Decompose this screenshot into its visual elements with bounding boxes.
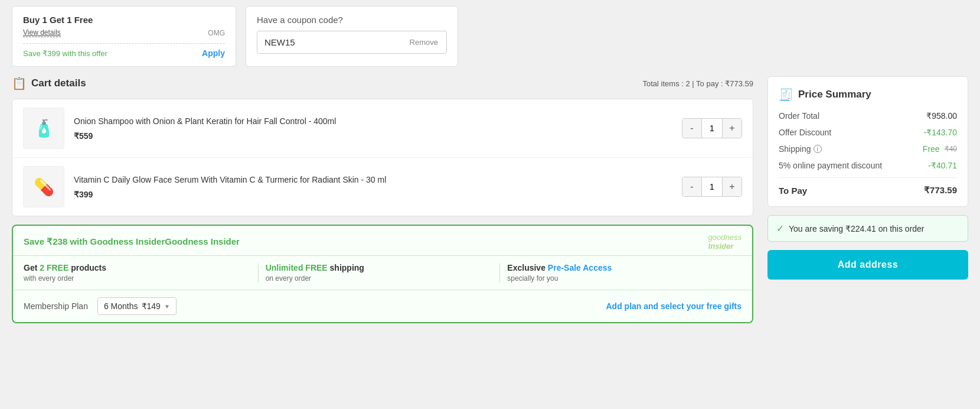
price-value-discount: -₹40.71 — [928, 161, 957, 170]
price-value-discount: -₹143.70 — [924, 128, 957, 137]
offer-save-text: Save ₹399 with this offer — [23, 49, 107, 58]
item-price: ₹399 — [74, 190, 672, 199]
membership-label: Membership Plan — [24, 301, 88, 311]
cart-title: 📋 Cart details — [12, 76, 86, 90]
price-row-offer-discount: Offer Discount -₹143.70 — [779, 128, 957, 137]
insider-feature-free-products: Get 2 FREE products with every order — [24, 263, 259, 283]
quantity-control: - + — [682, 177, 742, 197]
decrease-qty-button[interactable]: - — [682, 177, 701, 196]
cart-item: 🧴 Onion Shampoo with Onion & Plant Kerat… — [12, 99, 753, 158]
feature-sub: specially for you — [507, 274, 734, 283]
item-image: 💊 — [23, 166, 64, 207]
plan-dropdown[interactable]: 6 Months ₹149 ▼ — [97, 297, 177, 315]
plan-label: 6 Months — [104, 301, 138, 311]
cart-icon: 📋 — [12, 76, 27, 90]
chevron-down-icon: ▼ — [164, 303, 170, 310]
item-details: Onion Shampoo with Onion & Plant Keratin… — [74, 116, 672, 141]
shipping-free-label: Free — [923, 144, 940, 154]
feature-sub: with every order — [24, 274, 251, 283]
cart-header: 📋 Cart details Total items : 2 | To pay … — [12, 76, 753, 90]
price-value: ₹958.00 — [926, 111, 957, 121]
checkmark-icon: ✓ — [776, 223, 784, 234]
price-value-shipping: Free ₹40 — [923, 144, 957, 154]
saving-text: You are saving ₹224.41 on this order — [789, 224, 925, 233]
price-label: 5% online payment discount — [779, 161, 882, 170]
feature-title: Get 2 FREE products — [24, 263, 251, 272]
cart-summary: Total items : 2 | To pay : ₹773.59 — [643, 79, 753, 88]
offer-badge: OMG — [208, 29, 225, 37]
offer-card: Buy 1 Get 1 Free View details OMG Save ₹… — [12, 6, 236, 67]
cart-items-list: 🧴 Onion Shampoo with Onion & Plant Kerat… — [12, 99, 753, 216]
apply-offer-button[interactable]: Apply — [202, 48, 225, 58]
price-summary-icon: 🧾 — [779, 87, 793, 102]
price-label: Order Total — [779, 111, 819, 121]
item-price: ₹559 — [74, 131, 672, 141]
increase-qty-button[interactable]: + — [723, 119, 741, 138]
insider-brand-name: Goodness Insider — [90, 236, 165, 246]
insider-features: Get 2 FREE products with every order Unl… — [13, 255, 752, 290]
remove-coupon-button[interactable]: Remove — [401, 33, 446, 51]
shipping-original-price: ₹40 — [945, 145, 957, 153]
increase-qty-button[interactable]: + — [723, 177, 741, 196]
coupon-card: Have a coupon code? Remove — [246, 6, 458, 67]
quantity-input[interactable] — [701, 177, 723, 196]
add-address-button[interactable]: Add address — [767, 250, 968, 280]
price-row-order-total: Order Total ₹958.00 — [779, 111, 957, 121]
saving-banner: ✓ You are saving ₹224.41 on this order — [767, 215, 968, 242]
insider-save-text: Save ₹238 with — [24, 236, 90, 246]
item-name: Onion Shampoo with Onion & Plant Keratin… — [74, 116, 672, 128]
total-label: To Pay — [779, 186, 807, 196]
price-row-total: To Pay ₹773.59 — [779, 177, 957, 196]
coupon-input[interactable] — [257, 31, 401, 53]
insider-logo: goodnessInsider — [708, 233, 741, 251]
membership-select: Membership Plan 6 Months ₹149 ▼ — [24, 297, 177, 315]
price-summary-card: 🧾 Price Summary Order Total ₹958.00 Offe… — [767, 76, 968, 207]
decrease-qty-button[interactable]: - — [682, 119, 701, 138]
shipping-info-icon[interactable]: i — [814, 145, 822, 153]
price-label: Shipping i — [779, 144, 822, 154]
plan-price: ₹149 — [142, 301, 161, 311]
price-summary-label: Price Summary — [798, 89, 871, 100]
left-column: 📋 Cart details Total items : 2 | To pay … — [12, 76, 753, 323]
price-summary-title: 🧾 Price Summary — [779, 87, 957, 102]
insider-title: Save ₹238 with Goodness InsiderGoodness … — [24, 236, 240, 247]
view-details-link[interactable]: View details — [23, 28, 61, 37]
item-details: Vitamin C Daily Glow Face Serum With Vit… — [74, 174, 672, 199]
feature-sub: on every order — [266, 274, 493, 283]
cart-title-text: Cart details — [31, 77, 86, 89]
insider-feature-pre-sale: Exclusive Pre-Sale Access specially for … — [500, 263, 741, 283]
insider-top: Save ₹238 with Goodness InsiderGoodness … — [13, 226, 752, 255]
offer-title: Buy 1 Get 1 Free — [23, 15, 225, 25]
right-column: 🧾 Price Summary Order Total ₹958.00 Offe… — [767, 76, 968, 323]
item-image: 🧴 — [23, 108, 64, 149]
price-label: Offer Discount — [779, 128, 831, 137]
total-value: ₹773.59 — [924, 185, 957, 196]
feature-title: Unlimited FREE shipping — [266, 263, 493, 272]
insider-section: Save ₹238 with Goodness InsiderGoodness … — [12, 225, 753, 323]
price-row-online-discount: 5% online payment discount -₹40.71 — [779, 161, 957, 170]
coupon-title: Have a coupon code? — [257, 15, 447, 25]
quantity-input[interactable] — [701, 119, 723, 138]
price-row-shipping: Shipping i Free ₹40 — [779, 144, 957, 154]
insider-feature-free-shipping: Unlimited FREE shipping on every order — [259, 263, 501, 283]
add-plan-link[interactable]: Add plan and select your free gifts — [606, 301, 742, 311]
quantity-control: - + — [682, 118, 742, 138]
feature-title: Exclusive Pre-Sale Access — [507, 263, 734, 272]
cart-item: 💊 Vitamin C Daily Glow Face Serum With V… — [12, 158, 753, 216]
insider-bottom: Membership Plan 6 Months ₹149 ▼ Add plan… — [13, 290, 752, 322]
item-name: Vitamin C Daily Glow Face Serum With Vit… — [74, 174, 672, 186]
